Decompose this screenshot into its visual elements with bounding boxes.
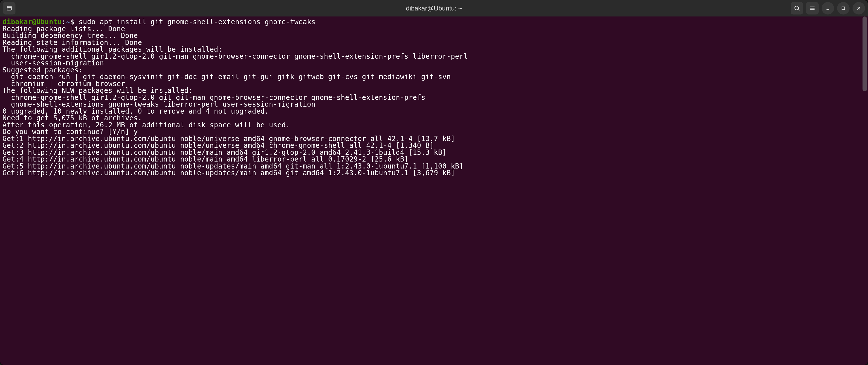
maximize-icon [840,5,846,11]
search-button[interactable] [791,2,803,15]
new-tab-button[interactable] [3,2,16,15]
svg-point-2 [795,6,798,10]
maximize-button[interactable] [837,2,849,15]
minimize-icon [825,5,831,11]
terminal-output: dibakar@Ubuntu:~$ sudo apt install git g… [2,19,866,176]
hamburger-icon [809,5,816,11]
svg-rect-0 [7,6,11,10]
search-icon [794,5,800,11]
titlebar: dibakar@Ubuntu: ~ [0,0,868,17]
minimize-button[interactable] [822,2,834,15]
new-tab-icon [6,5,12,11]
terminal-body[interactable]: dibakar@Ubuntu:~$ sudo apt install git g… [0,17,868,365]
svg-rect-8 [842,7,845,10]
close-icon [856,5,862,11]
output-line: Get:6 http://in.archive.ubuntu.com/ubunt… [2,169,455,177]
hamburger-menu-button[interactable] [806,2,818,15]
svg-line-3 [798,9,799,10]
terminal-window: dibakar@Ubuntu: ~ dibakar@Ubuntu:~$ sudo… [0,0,868,365]
scrollbar-thumb[interactable] [863,17,867,91]
close-button[interactable] [852,2,865,15]
window-title: dibakar@Ubuntu: ~ [406,4,462,12]
